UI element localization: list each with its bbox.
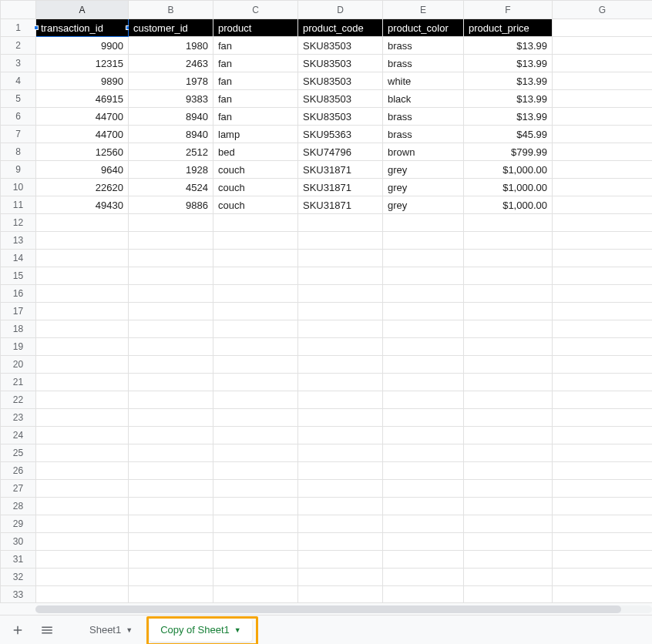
col-header-B[interactable]: B [129, 1, 213, 19]
cell[interactable] [213, 551, 298, 569]
cell[interactable] [129, 267, 213, 285]
cell[interactable]: SKU31871 [298, 161, 383, 179]
cell[interactable] [383, 551, 464, 569]
cell[interactable] [464, 444, 553, 462]
cell[interactable] [464, 232, 553, 250]
cell[interactable]: brass [383, 126, 464, 143]
cell[interactable] [129, 409, 213, 427]
cell[interactable]: 9890 [36, 72, 129, 90]
cell[interactable] [129, 303, 213, 320]
cell[interactable] [553, 338, 653, 356]
cell[interactable] [553, 586, 653, 603]
all-sheets-button[interactable] [35, 619, 59, 642]
cell[interactable] [383, 498, 464, 515]
cell[interactable] [298, 409, 383, 427]
cell[interactable] [383, 586, 464, 603]
col-header-F[interactable]: F [464, 1, 553, 19]
cell[interactable] [213, 444, 298, 462]
row-header[interactable]: 5 [1, 90, 36, 108]
row-header[interactable]: 24 [1, 427, 36, 444]
row-header[interactable]: 26 [1, 462, 36, 480]
cell[interactable] [129, 232, 213, 250]
cell[interactable] [464, 214, 553, 232]
cell[interactable]: SKU95363 [298, 126, 383, 143]
cell[interactable] [213, 533, 298, 551]
cell[interactable]: grey [383, 196, 464, 214]
cell[interactable]: product_price [464, 19, 553, 37]
cell[interactable]: SKU31871 [298, 179, 383, 196]
cell[interactable]: 9640 [36, 161, 129, 179]
cell[interactable]: $13.99 [464, 37, 553, 55]
cell[interactable]: 44700 [36, 126, 129, 143]
row-header[interactable]: 18 [1, 320, 36, 338]
cell[interactable] [129, 374, 213, 391]
horizontal-scrollbar[interactable] [0, 602, 652, 615]
cell[interactable] [298, 285, 383, 303]
cell[interactable] [383, 462, 464, 480]
cell[interactable] [383, 250, 464, 267]
row-header[interactable]: 9 [1, 161, 36, 179]
row-header[interactable]: 19 [1, 338, 36, 356]
cell[interactable]: couch [213, 161, 298, 179]
chevron-down-icon[interactable]: ▼ [126, 626, 133, 634]
cell[interactable]: SKU83503 [298, 37, 383, 55]
cell[interactable] [383, 391, 464, 409]
cell[interactable] [464, 551, 553, 569]
cell[interactable] [383, 338, 464, 356]
cell[interactable] [36, 285, 129, 303]
cell[interactable] [383, 356, 464, 374]
cell[interactable]: $1,000.00 [464, 161, 553, 179]
cell[interactable] [383, 374, 464, 391]
cell[interactable] [298, 498, 383, 515]
cell[interactable] [129, 569, 213, 586]
cell[interactable] [553, 196, 653, 214]
cell[interactable] [129, 356, 213, 374]
row-header[interactable]: 33 [1, 586, 36, 603]
cell[interactable] [464, 267, 553, 285]
cell[interactable] [553, 250, 653, 267]
cell[interactable] [129, 338, 213, 356]
cell[interactable] [383, 533, 464, 551]
cell[interactable] [36, 586, 129, 603]
cell[interactable]: brass [383, 108, 464, 126]
cell[interactable] [553, 356, 653, 374]
cell[interactable]: 12560 [36, 143, 129, 161]
cell[interactable]: product_color [383, 19, 464, 37]
cell[interactable]: 8940 [129, 126, 213, 143]
cell[interactable]: 49430 [36, 196, 129, 214]
cell[interactable] [464, 498, 553, 515]
cell[interactable] [464, 338, 553, 356]
cell[interactable] [464, 409, 553, 427]
cell[interactable] [464, 391, 553, 409]
cell[interactable] [553, 551, 653, 569]
row-header[interactable]: 6 [1, 108, 36, 126]
cell[interactable] [464, 374, 553, 391]
cell[interactable] [553, 19, 653, 37]
grid-area[interactable]: A B C D E F G 1transaction_idcustomer_id… [0, 0, 652, 602]
cell[interactable] [36, 409, 129, 427]
cell[interactable] [129, 498, 213, 515]
cell[interactable]: 1980 [129, 37, 213, 55]
cell[interactable] [213, 427, 298, 444]
cell[interactable] [298, 303, 383, 320]
cell[interactable] [383, 480, 464, 498]
cell[interactable] [553, 108, 653, 126]
cell[interactable]: SKU83503 [298, 72, 383, 90]
cell[interactable] [553, 232, 653, 250]
cell[interactable] [213, 409, 298, 427]
cell[interactable] [298, 551, 383, 569]
spreadsheet-grid[interactable]: A B C D E F G 1transaction_idcustomer_id… [0, 0, 652, 602]
row-header[interactable]: 30 [1, 533, 36, 551]
cell[interactable] [553, 533, 653, 551]
cell[interactable] [129, 480, 213, 498]
cell[interactable]: 1978 [129, 72, 213, 90]
cell[interactable] [553, 480, 653, 498]
cell[interactable]: $1,000.00 [464, 179, 553, 196]
row-header[interactable]: 15 [1, 267, 36, 285]
row-header[interactable]: 10 [1, 179, 36, 196]
cell[interactable] [553, 374, 653, 391]
cell[interactable] [213, 374, 298, 391]
cell[interactable]: SKU83503 [298, 90, 383, 108]
cell[interactable] [129, 214, 213, 232]
cell[interactable] [213, 569, 298, 586]
